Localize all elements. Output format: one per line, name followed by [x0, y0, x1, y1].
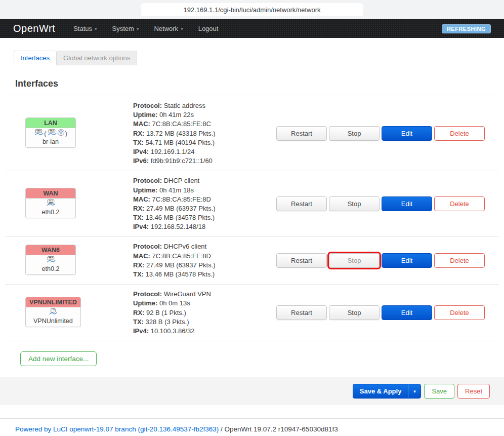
save-button[interactable]: Save: [424, 384, 454, 399]
detail-line: IPv6: fd9b:91b9:c721::1/60: [133, 156, 276, 166]
nav-item-status[interactable]: Status ▾: [73, 25, 97, 32]
top-navbar: OpenWrt Status ▾ System ▾ Network ▾ Logo…: [0, 19, 504, 38]
chevron-down-icon: ▾: [137, 26, 139, 31]
detail-line: RX: 27.49 MB (63937 Pkts.): [133, 204, 276, 213]
stop-button[interactable]: Stop: [329, 253, 380, 268]
nav-item-label: System: [112, 25, 134, 32]
reset-button[interactable]: Reset: [457, 384, 490, 399]
detail-line: Uptime: 0h 41m 18s: [133, 186, 276, 195]
detail-line: MAC: 7C:8B:CA:85:FE:8D: [133, 195, 276, 204]
tab-bar: Interfaces Global network options: [14, 51, 504, 65]
interface-list: LAN () br-lan Protocol: Static addressUp…: [5, 96, 499, 341]
chevron-down-icon: ▾: [181, 26, 183, 31]
detail-line: Protocol: WireGuard VPN: [133, 290, 276, 299]
detail-line: IPv4: 192.169.1.1/24: [133, 147, 276, 156]
refreshing-status-badge[interactable]: REFRESHING: [442, 24, 491, 33]
open-paren: (: [44, 130, 46, 137]
restart-button[interactable]: Restart: [276, 196, 327, 211]
tab-interfaces[interactable]: Interfaces: [14, 51, 57, 65]
interface-icons: [29, 256, 72, 265]
detail-line: Protocol: Static address: [133, 101, 276, 110]
interface-row: WAN eth0.2 Protocol: DHCP clientUptime: …: [5, 171, 499, 237]
save-apply-split-button: Save & Apply ▾: [353, 384, 422, 399]
detail-line: IPv4: 192.168.52.148/18: [133, 222, 276, 231]
interface-status-box: VPNUNLIMITED VPNUnlimited: [25, 297, 81, 327]
nav-item-network[interactable]: Network ▾: [154, 25, 183, 32]
page-title: Interfaces: [15, 78, 504, 89]
zone-badge: VPNUNLIMITED: [26, 297, 80, 307]
restart-button[interactable]: Restart: [276, 253, 327, 268]
openwrt-logo: OpenWrt: [13, 23, 55, 34]
device-label: eth0.2: [29, 265, 72, 272]
detail-line: RX: 13.72 MB (43318 Pkts.): [133, 129, 276, 138]
detail-list: Protocol: DHCP clientUptime: 0h 41m 18sM…: [133, 176, 276, 231]
add-new-interface-button[interactable]: Add new interface...: [20, 351, 97, 366]
detail-list: Protocol: DHCPv6 clientMAC: 7C:8B:CA:85:…: [133, 242, 276, 279]
detail-line: TX: 328 B (3 Pkts.): [133, 318, 276, 327]
chevron-down-icon: ▾: [95, 26, 97, 31]
detail-list: Protocol: Static addressUptime: 0h 41m 2…: [133, 101, 276, 166]
edit-button[interactable]: Edit: [382, 305, 432, 320]
nav-item-label: Status: [73, 25, 92, 32]
form-action-bar: Save & Apply ▾ Save Reset: [0, 377, 504, 405]
detail-line: IPv4: 10.100.3.86/32: [133, 327, 276, 336]
save-apply-dropdown-toggle[interactable]: ▾: [408, 384, 421, 398]
nav-item-system[interactable]: System ▾: [112, 25, 139, 32]
delete-button[interactable]: Delete: [434, 126, 485, 141]
delete-button[interactable]: Delete: [434, 253, 485, 268]
ethernet-icon: [34, 129, 44, 138]
stop-button[interactable]: Stop: [329, 196, 380, 211]
detail-line: MAC: 7C:8B:CA:85:FE:8C: [133, 120, 276, 129]
save-apply-button[interactable]: Save & Apply: [353, 384, 408, 398]
interface-status-box: WAN6 eth0.2: [25, 245, 76, 275]
interface-row: WAN6 eth0.2 Protocol: DHCPv6 clientMAC: …: [5, 237, 499, 285]
chevron-down-icon: ▾: [413, 389, 416, 394]
detail-line: Uptime: 0h 0m 13s: [133, 299, 276, 308]
url-field[interactable]: 192.169.1.1/cgi-bin/luci/admin/network/n…: [141, 3, 363, 16]
interface-row: LAN () br-lan Protocol: Static addressUp…: [5, 96, 499, 171]
delete-button[interactable]: Delete: [434, 196, 485, 211]
interface-status-box: WAN eth0.2: [25, 188, 76, 218]
switch-icon: [46, 256, 56, 265]
detail-line: TX: 13.46 MB (34578 Pkts.): [133, 213, 276, 222]
restart-button[interactable]: Restart: [276, 126, 327, 141]
detail-line: TX: 13.46 MB (34578 Pkts.): [133, 270, 276, 279]
device-label: VPNUnlimited: [29, 318, 77, 325]
browser-address-bar: 192.169.1.1/cgi-bin/luci/admin/network/n…: [0, 0, 504, 19]
stop-button[interactable]: Stop: [329, 305, 380, 320]
interface-status-box: LAN () br-lan: [25, 117, 76, 148]
interface-icons: [29, 200, 72, 209]
device-label: br-lan: [29, 138, 72, 145]
detail-list: Protocol: WireGuard VPNUptime: 0h 0m 13s…: [133, 290, 276, 336]
page-footer: Powered by LuCI openwrt-19.07 branch (gi…: [0, 418, 504, 436]
stop-button[interactable]: Stop: [329, 126, 380, 141]
tab-global-network-options[interactable]: Global network options: [57, 51, 137, 65]
footer-version-text: / OpenWrt 19.07.2 r10947-65030d81f3: [219, 425, 338, 433]
interface-icons: [29, 308, 77, 318]
detail-line: MAC: 7C:8B:CA:85:FE:8D: [133, 252, 276, 261]
switch-icon: [47, 129, 57, 138]
switch-icon: [46, 199, 56, 209]
detail-line: TX: 54.71 MB (40194 Pkts.): [133, 138, 276, 147]
interface-row: VPNUNLIMITED VPNUnlimited Protocol: Wire…: [5, 285, 499, 341]
zone-badge: WAN6: [26, 245, 75, 255]
luci-branch-link[interactable]: Powered by LuCI openwrt-19.07 branch (gi…: [15, 425, 219, 433]
nav-item-label: Logout: [198, 25, 219, 32]
detail-line: Uptime: 0h 41m 22s: [133, 110, 276, 120]
wifi-icon: [57, 129, 65, 138]
close-paren: ): [65, 130, 67, 137]
edit-button[interactable]: Edit: [382, 196, 432, 211]
edit-button[interactable]: Edit: [382, 253, 432, 268]
detail-line: Protocol: DHCP client: [133, 176, 276, 185]
restart-button[interactable]: Restart: [276, 305, 327, 320]
nav-item-logout[interactable]: Logout: [198, 25, 219, 32]
detail-line: RX: 92 B (1 Pkts.): [133, 308, 276, 318]
nav-item-label: Network: [154, 25, 178, 32]
interface-icons: (): [29, 129, 72, 138]
edit-button[interactable]: Edit: [382, 126, 432, 141]
delete-button[interactable]: Delete: [434, 305, 485, 320]
tunnel-icon: [49, 308, 57, 318]
detail-line: Protocol: DHCPv6 client: [133, 242, 276, 251]
detail-line: RX: 27.49 MB (63937 Pkts.): [133, 261, 276, 270]
zone-badge: LAN: [26, 118, 75, 128]
